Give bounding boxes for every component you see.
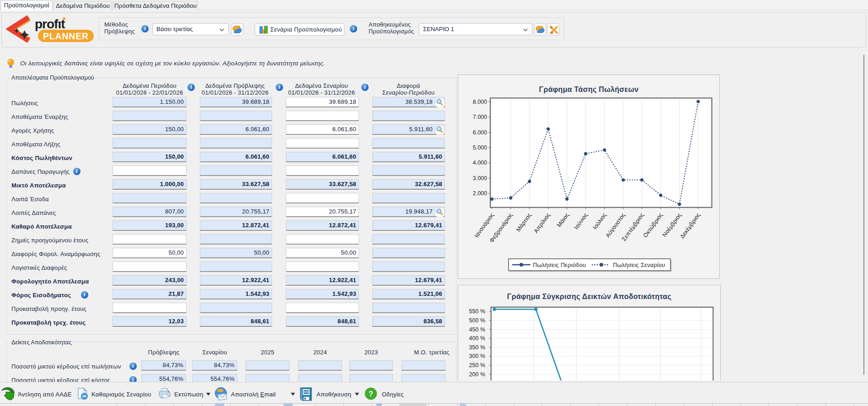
svg-text:7.000: 7.000 [473, 114, 487, 120]
svg-text:?: ? [369, 390, 373, 398]
svg-text:profıt: profıt [35, 17, 65, 31]
svg-text:Πωλήσεις Περιόδου: Πωλήσεις Περιόδου [533, 262, 586, 268]
svg-text:3.000: 3.000 [473, 175, 487, 182]
svg-text:PLANNER: PLANNER [43, 31, 89, 41]
svg-text:350 %: 350 % [469, 344, 485, 351]
svg-text:5.000: 5.000 [473, 144, 487, 151]
svg-text:6.000: 6.000 [473, 129, 487, 136]
svg-text:300 %: 300 % [469, 353, 485, 359]
svg-text:4.000: 4.000 [473, 160, 487, 166]
svg-text:550 %: 550 % [469, 308, 485, 315]
svg-text:500 %: 500 % [469, 317, 485, 324]
svg-text:2.000: 2.000 [473, 190, 487, 197]
svg-text:8.000: 8.000 [473, 99, 487, 105]
svg-text:Πωλήσεις Σεναρίου: Πωλήσεις Σεναρίου [613, 262, 665, 268]
svg-text:250 %: 250 % [469, 362, 485, 369]
svg-text:400 %: 400 % [469, 335, 485, 342]
svg-text:200 %: 200 % [469, 371, 485, 378]
svg-text:450 %: 450 % [469, 326, 485, 333]
